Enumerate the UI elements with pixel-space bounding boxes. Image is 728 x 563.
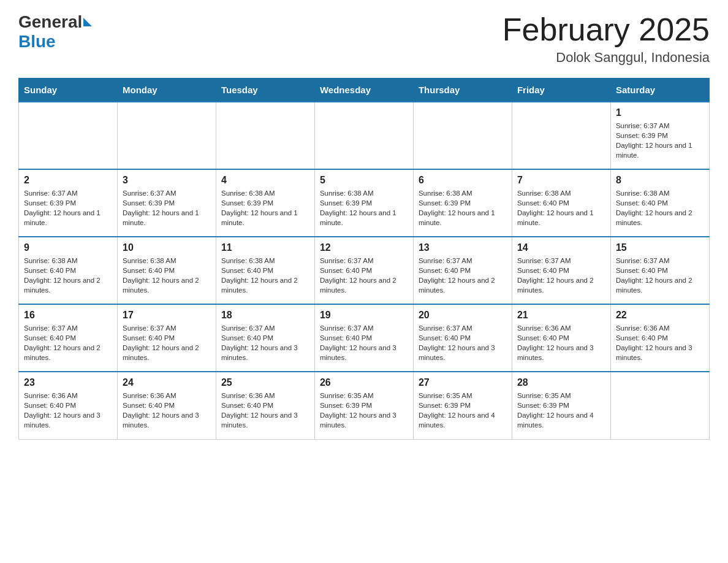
calendar-day-cell: 23Sunrise: 6:36 AM Sunset: 6:40 PM Dayli…: [19, 372, 118, 439]
day-of-week-header: Wednesday: [314, 79, 413, 102]
calendar-day-cell: [117, 102, 216, 169]
calendar-day-cell: 1Sunrise: 6:37 AM Sunset: 6:39 PM Daylig…: [610, 102, 709, 169]
calendar-day-cell: 25Sunrise: 6:36 AM Sunset: 6:40 PM Dayli…: [216, 372, 314, 439]
day-info: Sunrise: 6:37 AM Sunset: 6:40 PM Dayligh…: [616, 256, 704, 295]
logo-arrow-icon: [83, 18, 92, 26]
day-info: Sunrise: 6:38 AM Sunset: 6:40 PM Dayligh…: [24, 256, 112, 295]
day-number: 7: [517, 175, 605, 186]
day-number: 21: [517, 310, 605, 321]
day-number: 13: [419, 242, 507, 253]
day-number: 18: [221, 310, 309, 321]
calendar-day-cell: 22Sunrise: 6:36 AM Sunset: 6:40 PM Dayli…: [610, 304, 709, 372]
calendar-day-cell: 26Sunrise: 6:35 AM Sunset: 6:39 PM Dayli…: [314, 372, 413, 439]
calendar-day-cell: 2Sunrise: 6:37 AM Sunset: 6:39 PM Daylig…: [19, 169, 118, 237]
day-number: 15: [616, 242, 704, 253]
calendar-day-cell: 10Sunrise: 6:38 AM Sunset: 6:40 PM Dayli…: [117, 237, 216, 304]
calendar-day-cell: 8Sunrise: 6:38 AM Sunset: 6:40 PM Daylig…: [610, 169, 709, 237]
calendar-day-cell: 15Sunrise: 6:37 AM Sunset: 6:40 PM Dayli…: [610, 237, 709, 304]
day-info: Sunrise: 6:37 AM Sunset: 6:40 PM Dayligh…: [320, 323, 408, 362]
calendar-header-row: SundayMondayTuesdayWednesdayThursdayFrid…: [19, 79, 710, 102]
calendar-day-cell: 18Sunrise: 6:37 AM Sunset: 6:40 PM Dayli…: [216, 304, 314, 372]
day-info: Sunrise: 6:37 AM Sunset: 6:40 PM Dayligh…: [320, 256, 408, 295]
day-number: 5: [320, 175, 408, 186]
day-info: Sunrise: 6:36 AM Sunset: 6:40 PM Dayligh…: [616, 323, 704, 362]
calendar-day-cell: 17Sunrise: 6:37 AM Sunset: 6:40 PM Dayli…: [117, 304, 216, 372]
day-number: 16: [24, 310, 112, 321]
calendar-day-cell: 11Sunrise: 6:38 AM Sunset: 6:40 PM Dayli…: [216, 237, 314, 304]
day-info: Sunrise: 6:38 AM Sunset: 6:40 PM Dayligh…: [123, 256, 211, 295]
day-info: Sunrise: 6:37 AM Sunset: 6:40 PM Dayligh…: [123, 323, 211, 362]
day-number: 11: [221, 242, 309, 253]
day-of-week-header: Monday: [117, 79, 216, 102]
day-info: Sunrise: 6:38 AM Sunset: 6:40 PM Dayligh…: [221, 256, 309, 295]
calendar-day-cell: 9Sunrise: 6:38 AM Sunset: 6:40 PM Daylig…: [19, 237, 118, 304]
day-info: Sunrise: 6:38 AM Sunset: 6:40 PM Dayligh…: [517, 188, 605, 228]
calendar-day-cell: 13Sunrise: 6:37 AM Sunset: 6:40 PM Dayli…: [413, 237, 512, 304]
day-info: Sunrise: 6:37 AM Sunset: 6:39 PM Dayligh…: [123, 188, 211, 228]
day-info: Sunrise: 6:35 AM Sunset: 6:39 PM Dayligh…: [419, 391, 507, 430]
calendar-week-row: 16Sunrise: 6:37 AM Sunset: 6:40 PM Dayli…: [19, 304, 710, 372]
calendar-day-cell: [610, 372, 709, 439]
day-info: Sunrise: 6:36 AM Sunset: 6:40 PM Dayligh…: [24, 391, 112, 430]
day-number: 20: [419, 310, 507, 321]
day-info: Sunrise: 6:37 AM Sunset: 6:40 PM Dayligh…: [419, 323, 507, 362]
day-number: 23: [24, 377, 112, 388]
calendar-day-cell: 20Sunrise: 6:37 AM Sunset: 6:40 PM Dayli…: [413, 304, 512, 372]
day-of-week-header: Saturday: [610, 79, 709, 102]
day-number: 8: [616, 175, 704, 186]
logo: General Blue: [18, 12, 93, 52]
day-number: 9: [24, 242, 112, 253]
day-number: 25: [221, 377, 309, 388]
day-number: 22: [616, 310, 704, 321]
calendar-day-cell: 12Sunrise: 6:37 AM Sunset: 6:40 PM Dayli…: [314, 237, 413, 304]
logo-blue-text: Blue: [18, 32, 56, 51]
location-text: Dolok Sanggul, Indonesia: [502, 50, 710, 66]
day-number: 17: [123, 310, 211, 321]
day-info: Sunrise: 6:36 AM Sunset: 6:40 PM Dayligh…: [221, 391, 309, 430]
calendar-day-cell: 19Sunrise: 6:37 AM Sunset: 6:40 PM Dayli…: [314, 304, 413, 372]
calendar-week-row: 2Sunrise: 6:37 AM Sunset: 6:39 PM Daylig…: [19, 169, 710, 237]
day-number: 6: [419, 175, 507, 186]
day-of-week-header: Thursday: [413, 79, 512, 102]
day-number: 10: [123, 242, 211, 253]
day-number: 28: [517, 377, 605, 388]
day-number: 14: [517, 242, 605, 253]
day-number: 12: [320, 242, 408, 253]
title-section: February 2025 Dolok Sanggul, Indonesia: [502, 12, 710, 66]
day-number: 19: [320, 310, 408, 321]
day-number: 2: [24, 175, 112, 186]
day-info: Sunrise: 6:37 AM Sunset: 6:39 PM Dayligh…: [24, 188, 112, 228]
day-of-week-header: Tuesday: [216, 79, 314, 102]
day-info: Sunrise: 6:37 AM Sunset: 6:40 PM Dayligh…: [419, 256, 507, 295]
day-info: Sunrise: 6:36 AM Sunset: 6:40 PM Dayligh…: [123, 391, 211, 430]
calendar-day-cell: [512, 102, 610, 169]
day-info: Sunrise: 6:38 AM Sunset: 6:40 PM Dayligh…: [616, 188, 704, 228]
calendar-day-cell: 24Sunrise: 6:36 AM Sunset: 6:40 PM Dayli…: [117, 372, 216, 439]
day-info: Sunrise: 6:38 AM Sunset: 6:39 PM Dayligh…: [320, 188, 408, 228]
day-number: 4: [221, 175, 309, 186]
day-info: Sunrise: 6:38 AM Sunset: 6:39 PM Dayligh…: [221, 188, 309, 228]
calendar-table: SundayMondayTuesdayWednesdayThursdayFrid…: [18, 78, 710, 440]
calendar-day-cell: 28Sunrise: 6:35 AM Sunset: 6:39 PM Dayli…: [512, 372, 610, 439]
calendar-week-row: 9Sunrise: 6:38 AM Sunset: 6:40 PM Daylig…: [19, 237, 710, 304]
calendar-day-cell: [413, 102, 512, 169]
calendar-week-row: 23Sunrise: 6:36 AM Sunset: 6:40 PM Dayli…: [19, 372, 710, 439]
calendar-day-cell: 27Sunrise: 6:35 AM Sunset: 6:39 PM Dayli…: [413, 372, 512, 439]
calendar-day-cell: 16Sunrise: 6:37 AM Sunset: 6:40 PM Dayli…: [19, 304, 118, 372]
page-header: General Blue February 2025 Dolok Sanggul…: [18, 12, 710, 66]
day-info: Sunrise: 6:37 AM Sunset: 6:40 PM Dayligh…: [517, 256, 605, 295]
calendar-day-cell: 3Sunrise: 6:37 AM Sunset: 6:39 PM Daylig…: [117, 169, 216, 237]
day-info: Sunrise: 6:36 AM Sunset: 6:40 PM Dayligh…: [517, 323, 605, 362]
day-number: 27: [419, 377, 507, 388]
day-number: 24: [123, 377, 211, 388]
day-of-week-header: Sunday: [19, 79, 118, 102]
day-info: Sunrise: 6:37 AM Sunset: 6:39 PM Dayligh…: [616, 121, 704, 160]
calendar-week-row: 1Sunrise: 6:37 AM Sunset: 6:39 PM Daylig…: [19, 102, 710, 169]
day-info: Sunrise: 6:35 AM Sunset: 6:39 PM Dayligh…: [320, 391, 408, 430]
calendar-day-cell: 14Sunrise: 6:37 AM Sunset: 6:40 PM Dayli…: [512, 237, 610, 304]
day-number: 3: [123, 175, 211, 186]
logo-general-text: General: [18, 12, 82, 32]
day-of-week-header: Friday: [512, 79, 610, 102]
calendar-day-cell: 5Sunrise: 6:38 AM Sunset: 6:39 PM Daylig…: [314, 169, 413, 237]
month-title: February 2025: [502, 12, 710, 47]
